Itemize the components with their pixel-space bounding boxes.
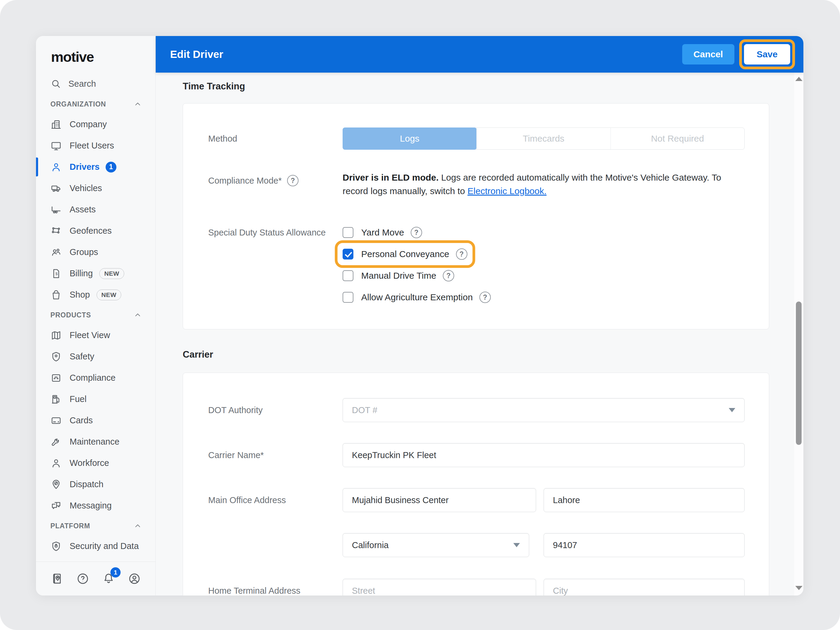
state-zip-row: California 94107 — [183, 533, 769, 557]
option-row-personal-conveyance: Personal Conveyance — [343, 243, 491, 265]
section-header-platform[interactable]: PLATFORM — [36, 516, 155, 535]
person-icon — [51, 161, 62, 173]
scroll-up-arrow-icon[interactable] — [795, 77, 802, 81]
help-icon[interactable] — [76, 572, 89, 585]
chevron-up-icon — [133, 99, 142, 109]
personal-conveyance-checkbox[interactable] — [343, 249, 354, 259]
chevron-up-icon — [133, 521, 142, 531]
sidebar-item-fuel[interactable]: Fuel — [36, 388, 155, 410]
card-icon — [51, 415, 62, 426]
time-tracking-card: Method LogsTimecardsNot Required Complia… — [183, 103, 769, 329]
compliance-description: Driver is in ELD mode. Logs are recorded… — [343, 171, 742, 198]
help-icon[interactable] — [443, 270, 454, 281]
electronic-logbook-link[interactable]: Electronic Logbook. — [467, 186, 546, 196]
person-icon — [51, 458, 62, 469]
yard-move-checkbox[interactable] — [343, 227, 354, 238]
sidebar: motive Search ORGANIZATIONCompanyFleet U… — [36, 36, 156, 595]
home-terminal-label: Home Terminal Address — [208, 586, 343, 596]
checkbox-label: Yard Move — [361, 227, 404, 238]
notification-count-badge: 1 — [111, 567, 121, 578]
vertical-scrollbar[interactable] — [794, 73, 804, 595]
office-zip-input[interactable]: 94107 — [543, 533, 745, 557]
sidebar-item-fleet-users[interactable]: Fleet Users — [36, 135, 155, 156]
terminal-city-input[interactable]: City — [543, 579, 745, 595]
sidebar-item-shop[interactable]: ShopNEW — [36, 284, 155, 305]
drivers-count-badge: 1 — [106, 162, 117, 172]
office-city-input[interactable]: Lahore — [543, 488, 745, 512]
sidebar-item-drivers[interactable]: Drivers1 — [36, 156, 155, 178]
geofence-icon — [51, 225, 62, 237]
office-state-select[interactable]: California — [343, 533, 529, 557]
carrier-name-input[interactable]: KeepTruckin PK Fleet — [343, 443, 745, 467]
screenshot-background: motive Search ORGANIZATIONCompanyFleet U… — [0, 0, 840, 630]
office-street-input[interactable]: Mujahid Business Center — [343, 488, 536, 512]
compliance-help-icon[interactable] — [287, 175, 298, 186]
sidebar-item-groups[interactable]: Groups — [36, 242, 155, 263]
special-duty-options: Yard MovePersonal ConveyanceManual Drive… — [343, 222, 491, 308]
sidebar-item-geofences[interactable]: Geofences — [36, 220, 155, 242]
scroll-down-arrow-icon[interactable] — [795, 586, 802, 590]
sidebar-item-vehicles[interactable]: Vehicles — [36, 178, 155, 199]
method-tab-logs[interactable]: Logs — [343, 128, 477, 150]
bell-icon[interactable]: 1 — [102, 572, 115, 585]
sidebar-item-billing[interactable]: $BillingNEW — [36, 263, 155, 284]
carrier-name-label: Carrier Name* — [208, 450, 343, 460]
main-office-row: Main Office Address Mujahid Business Cen… — [183, 488, 769, 512]
chat-icon — [51, 500, 62, 512]
compliance-mode-row: Compliance Mode* Driver is in ELD mode. … — [183, 171, 769, 198]
new-badge: NEW — [96, 289, 121, 300]
office-street-value: Mujahid Business Center — [352, 495, 448, 505]
invoice-icon: $ — [51, 268, 62, 279]
option-row-yard-move: Yard Move — [343, 222, 491, 243]
checkbox-label: Manual Drive Time — [361, 271, 436, 281]
section-header-products[interactable]: PRODUCTS — [36, 305, 155, 325]
allow-agriculture-exemption-checkbox[interactable] — [343, 292, 354, 303]
method-tab-not-required[interactable]: Not Required — [611, 128, 744, 149]
page-title: Edit Driver — [170, 48, 223, 60]
method-tab-timecards[interactable]: Timecards — [477, 128, 610, 149]
dot-number-select[interactable]: DOT # — [343, 398, 745, 422]
section-header-organization[interactable]: ORGANIZATION — [36, 95, 155, 114]
chevron-up-icon — [133, 311, 142, 319]
manual-drive-time-checkbox[interactable] — [343, 270, 354, 281]
truck-icon — [51, 183, 62, 194]
sidebar-item-safety[interactable]: Safety — [36, 346, 155, 367]
cancel-button[interactable]: Cancel — [682, 44, 734, 65]
main-office-label: Main Office Address — [208, 495, 343, 505]
hos-icon — [51, 372, 62, 384]
checkbox-label: Allow Agriculture Exemption — [361, 292, 473, 302]
save-button[interactable]: Save — [744, 44, 790, 65]
sidebar-item-security-and-data[interactable]: Security and Data — [36, 535, 155, 557]
sidebar-item-maintenance[interactable]: Maintenance — [36, 431, 155, 452]
save-button-highlight-ring: Save — [739, 39, 795, 69]
bag-icon — [51, 289, 62, 301]
account-icon[interactable] — [128, 572, 141, 585]
method-row: Method LogsTimecardsNot Required — [183, 128, 769, 150]
help-icon[interactable] — [456, 248, 467, 260]
sidebar-item-compliance[interactable]: Compliance — [36, 367, 155, 388]
help-icon[interactable] — [479, 292, 491, 303]
svg-text:$: $ — [55, 271, 58, 276]
terminal-city-placeholder: City — [553, 586, 568, 596]
sidebar-item-messaging[interactable]: Messaging — [36, 495, 155, 516]
option-row-allow-agriculture-exemption: Allow Agriculture Exemption — [343, 286, 491, 308]
sidebar-item-assets[interactable]: Assets — [36, 199, 155, 220]
dropdown-arrow-icon — [729, 408, 735, 412]
office-state-value: California — [352, 540, 389, 550]
scrollbar-thumb[interactable] — [796, 302, 802, 445]
sidebar-item-workforce[interactable]: Workforce — [36, 452, 155, 474]
method-label: Method — [208, 134, 343, 144]
sidebar-item-cards[interactable]: Cards — [36, 410, 155, 431]
carrier-section-title: Carrier — [183, 349, 794, 361]
sidebar-item-dispatch[interactable]: Dispatch — [36, 474, 155, 495]
sidebar-item-fleet-view[interactable]: Fleet View — [36, 325, 155, 346]
help-icon[interactable] — [411, 227, 422, 238]
guide-icon[interactable] — [51, 572, 63, 585]
carrier-card: DOT Authority DOT # Carrier Name* KeepTr… — [183, 373, 769, 595]
sidebar-search[interactable]: Search — [36, 73, 155, 95]
building-icon — [51, 119, 62, 130]
sidebar-item-company[interactable]: Company — [36, 114, 155, 135]
people-icon — [51, 246, 62, 258]
search-icon — [51, 78, 61, 89]
terminal-street-input[interactable]: Street — [343, 579, 536, 595]
